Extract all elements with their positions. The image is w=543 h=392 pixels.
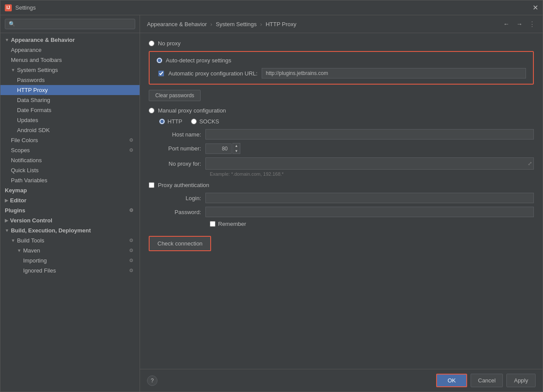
sidebar-item-label: Build, Execution, Deployment	[11, 227, 91, 234]
title-bar: IJ Settings ✕	[0, 0, 543, 15]
auto-proxy-url-checkbox[interactable]	[158, 71, 164, 76]
breadcrumb-system-settings: System Settings	[216, 21, 257, 27]
auto-detect-radio[interactable]	[157, 58, 162, 63]
sidebar-item-label: Plugins	[5, 207, 25, 214]
manual-proxy-radio[interactable]	[149, 108, 154, 113]
auto-proxy-url-checkbox-label: Automatic proxy configuration URL:	[168, 70, 257, 77]
sidebar-item-label: Appearance	[11, 47, 41, 53]
expand-icon: ▼	[5, 37, 9, 42]
sidebar-item-label: Quick Lists	[11, 167, 39, 174]
auto-proxy-url-input[interactable]	[262, 68, 526, 78]
sidebar-item-appearance-behavior[interactable]: ▼ Appearance & Behavior	[0, 35, 140, 45]
sidebar-item-quick-lists[interactable]: Quick Lists	[0, 165, 140, 175]
socks-radio[interactable]	[191, 119, 197, 124]
sidebar-item-build-tools[interactable]: ▼ Build Tools ⚙	[0, 235, 140, 245]
sidebar-item-scopes[interactable]: Scopes ⚙	[0, 145, 140, 155]
expand-icon: ▶	[5, 198, 8, 203]
sidebar-item-notifications[interactable]: Notifications	[0, 155, 140, 165]
expand-icon: ▼	[11, 68, 15, 72]
settings-icon: ⚙	[129, 137, 133, 143]
sidebar-item-label: Ignored Files	[23, 267, 56, 274]
sidebar-item-label: System Settings	[17, 67, 58, 73]
help-button[interactable]: ?	[147, 375, 157, 386]
breadcrumb: Appearance & Behavior › System Settings …	[140, 15, 543, 33]
search-input[interactable]	[5, 19, 135, 29]
cancel-button[interactable]: Cancel	[471, 374, 503, 387]
breadcrumb-sep-2: ›	[260, 21, 262, 27]
proxy-type-row: HTTP SOCKS	[149, 118, 534, 125]
sidebar-item-passwords[interactable]: Passwords	[0, 75, 140, 85]
login-row: Login:	[149, 193, 534, 203]
sidebar-item-label: Version Control	[10, 217, 52, 224]
remember-row: Remember	[210, 221, 534, 227]
expand-icon: ▼	[5, 228, 9, 233]
manual-proxy-option: Manual proxy configuration	[149, 107, 534, 114]
port-decrement-button[interactable]: ▼	[233, 149, 240, 154]
no-proxy-option: No proxy	[149, 40, 534, 47]
http-radio[interactable]	[159, 119, 165, 124]
sidebar-item-path-variables[interactable]: Path Variables	[0, 175, 140, 185]
no-proxy-for-input[interactable]	[205, 157, 534, 170]
settings-icon: ⚙	[129, 268, 133, 273]
back-button[interactable]: ←	[501, 20, 512, 28]
sidebar-item-build-execution[interactable]: ▼ Build, Execution, Deployment	[0, 225, 140, 235]
port-spinner: ▲ ▼	[232, 143, 240, 154]
expand-icon[interactable]: ⤢	[528, 160, 532, 167]
proxy-auth-label: Proxy authentication	[158, 182, 209, 188]
sidebar-item-appearance[interactable]: Appearance	[0, 45, 140, 55]
port-input-wrap: ▲ ▼	[205, 143, 240, 154]
sidebar-item-plugins[interactable]: Plugins ⚙	[0, 205, 140, 215]
proxy-auth-checkbox[interactable]	[149, 182, 154, 188]
sidebar-item-android-sdk[interactable]: Android SDK	[0, 125, 140, 135]
main-content: ▼ Appearance & Behavior Appearance Menus…	[0, 15, 543, 392]
footer: ? OK Cancel Apply	[140, 369, 543, 392]
sidebar-item-label: Notifications	[11, 157, 42, 164]
sidebar-item-system-settings[interactable]: ▼ System Settings	[0, 65, 140, 75]
apply-button[interactable]: Apply	[506, 374, 536, 387]
forward-button[interactable]: →	[514, 20, 525, 28]
sidebar-item-label: Editor	[10, 197, 27, 204]
proxy-auth-row: Proxy authentication	[149, 182, 534, 188]
sidebar-item-file-colors[interactable]: File Colors ⚙	[0, 135, 140, 145]
app-icon: IJ	[5, 4, 12, 11]
sidebar-item-version-control[interactable]: ▶ Version Control	[0, 215, 140, 225]
manual-proxy-label: Manual proxy configuration	[158, 107, 226, 114]
ok-button[interactable]: OK	[436, 374, 467, 387]
sidebar-item-ignored-files[interactable]: Ignored Files ⚙	[0, 266, 140, 276]
sidebar-item-editor[interactable]: ▶ Editor	[0, 195, 140, 205]
expand-icon: ▼	[11, 238, 15, 243]
app-icon-text: IJ	[7, 5, 10, 10]
sidebar-item-data-sharing[interactable]: Data Sharing	[0, 95, 140, 105]
sidebar-item-label: Path Variables	[11, 177, 48, 184]
sidebar: ▼ Appearance & Behavior Appearance Menus…	[0, 15, 140, 392]
auto-proxy-url-row: Automatic proxy configuration URL:	[157, 68, 526, 78]
clear-passwords-button[interactable]: Clear passwords	[149, 90, 201, 101]
sidebar-tree: ▼ Appearance & Behavior Appearance Menus…	[0, 33, 140, 392]
sidebar-item-label: Android SDK	[17, 127, 50, 133]
sidebar-item-label: Maven	[23, 247, 40, 254]
settings-icon: ⚙	[129, 147, 133, 153]
check-connection-button[interactable]: Check connection	[149, 236, 211, 251]
sidebar-item-label: Appearance & Behavior	[11, 37, 75, 43]
sidebar-item-date-formats[interactable]: Date Formats	[0, 105, 140, 115]
sidebar-item-label: Data Sharing	[17, 97, 50, 103]
sidebar-item-http-proxy[interactable]: HTTP Proxy	[0, 85, 140, 95]
port-increment-button[interactable]: ▲	[233, 143, 240, 149]
breadcrumb-nav: ← →	[501, 20, 525, 28]
more-button[interactable]: ⋮	[529, 20, 536, 28]
sidebar-item-importing[interactable]: Importing ⚙	[0, 256, 140, 266]
remember-checkbox[interactable]	[210, 221, 215, 227]
sidebar-item-maven[interactable]: ▼ Maven ⚙	[0, 245, 140, 256]
sidebar-item-keymap[interactable]: Keymap	[0, 185, 140, 195]
port-input[interactable]	[205, 143, 232, 154]
password-label: Password:	[149, 209, 205, 215]
sidebar-item-menus-toolbars[interactable]: Menus and Toolbars	[0, 55, 140, 65]
sidebar-item-updates[interactable]: Updates	[0, 115, 140, 125]
sidebar-item-label: Updates	[17, 117, 38, 123]
close-button[interactable]: ✕	[533, 3, 538, 12]
login-input[interactable]	[205, 193, 534, 203]
password-input[interactable]	[205, 207, 534, 217]
settings-icon: ⚙	[129, 248, 133, 253]
no-proxy-radio[interactable]	[149, 41, 154, 46]
host-name-input[interactable]	[205, 129, 534, 140]
